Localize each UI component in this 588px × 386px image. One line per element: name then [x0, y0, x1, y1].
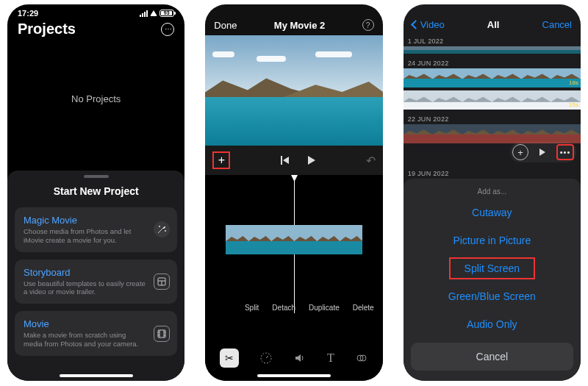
option-audio-only[interactable]: Audio Only [409, 310, 575, 338]
card-desc: Make a movie from scratch using media fr… [24, 331, 146, 349]
date-label: 1 JUL 2022 [404, 35, 581, 46]
card-desc: Choose media from Photos and let iMovie … [24, 227, 146, 245]
option-green-blue-screen[interactable]: Green/Blue Screen [409, 282, 575, 310]
empty-label: No Projects [71, 93, 121, 104]
card-title: Magic Movie [24, 215, 146, 226]
status-bar: 17:29 93 [7, 4, 184, 19]
back-button[interactable]: Video [412, 19, 445, 30]
card-title: Storyboard [24, 267, 146, 278]
clip-row[interactable]: 15s [404, 90, 581, 110]
clip-row[interactable]: 18s [404, 68, 581, 87]
clip-duration: 18s [569, 79, 578, 86]
timeline[interactable]: Split Detach Duplicate Delete [205, 175, 382, 343]
date-label: 19 JUN 2022 [404, 167, 581, 179]
sheet-grabber[interactable] [84, 175, 109, 178]
text-icon[interactable]: T [327, 351, 334, 365]
clip-mini-controls: + ••• [510, 142, 576, 162]
phone-editor: Done My Movie 2 ? 18.4s ⊕ + ↶ Split Deta [205, 4, 382, 381]
nav-bar: Projects ⋯ [7, 19, 184, 43]
clip-action-bar: Split Detach Duplicate Delete [205, 304, 382, 312]
filter-icon[interactable] [355, 351, 368, 365]
empty-state: No Projects [7, 43, 184, 154]
project-title: My Movie 2 [274, 20, 325, 31]
action-delete[interactable]: Delete [353, 304, 374, 312]
action-duplicate[interactable]: Duplicate [309, 304, 340, 312]
add-as-sheet: Add as... Cutaway Picture in Picture Spl… [404, 179, 581, 381]
video-preview[interactable]: 18.4s ⊕ [205, 35, 382, 146]
home-indicator[interactable] [60, 374, 133, 377]
scissors-icon[interactable]: ✂ [220, 349, 239, 368]
mini-add-icon[interactable]: + [512, 144, 528, 160]
more-icon[interactable]: ⋯ [161, 23, 174, 36]
done-button[interactable]: Done [214, 20, 237, 31]
film-icon [154, 326, 170, 342]
sheet-cancel-button[interactable]: Cancel [411, 343, 573, 371]
add-media-button[interactable]: + [212, 151, 230, 169]
mini-more-icon[interactable]: ••• [556, 144, 574, 160]
action-detach[interactable]: Detach [272, 304, 295, 312]
option-cutaway[interactable]: Cutaway [409, 199, 575, 226]
card-movie[interactable]: Movie Make a movie from scratch using me… [15, 311, 177, 356]
wifi-icon [150, 10, 157, 16]
home-indicator[interactable] [257, 374, 331, 377]
page-title: Projects [18, 21, 76, 37]
svg-line-11 [266, 356, 268, 358]
editor-nav: Done My Movie 2 ? [205, 4, 382, 35]
card-storyboard[interactable]: Storyboard Use beautiful templates to ea… [15, 260, 177, 304]
cancel-button[interactable]: Cancel [542, 19, 572, 30]
option-picture-in-picture[interactable]: Picture in Picture [409, 226, 575, 254]
phone-projects: 17:29 93 Projects ⋯ No Projects Start Ne… [7, 4, 184, 381]
status-right: 93 [140, 10, 174, 17]
transport-bar: + ↶ [205, 146, 382, 175]
clock: 17:29 [18, 9, 38, 18]
volume-icon[interactable] [293, 351, 306, 365]
card-magic-movie[interactable]: Magic Movie Choose media from Photos and… [15, 207, 177, 252]
sheet-title: Start New Project [7, 185, 184, 197]
segment-all[interactable]: All [487, 19, 500, 30]
cell-signal-icon [140, 10, 148, 17]
play-icon[interactable] [308, 156, 315, 165]
option-split-screen[interactable]: Split Screen [409, 254, 575, 282]
undo-icon[interactable]: ↶ [366, 154, 376, 168]
clip-duration: 15s [569, 101, 578, 108]
card-title: Movie [24, 318, 146, 329]
battery-icon: 93 [159, 10, 174, 17]
sheet-subtitle: Add as... [409, 185, 575, 199]
clip-row-selected[interactable]: + ••• [404, 124, 581, 143]
wand-icon [154, 221, 170, 237]
new-project-sheet: Start New Project Magic Movie Choose med… [7, 171, 184, 381]
mini-play-icon[interactable] [534, 144, 551, 160]
date-label: 24 JUN 2022 [404, 57, 581, 68]
clip-row[interactable] [404, 46, 581, 54]
help-icon[interactable]: ? [362, 19, 374, 31]
picker-nav: Video All Cancel [404, 4, 581, 35]
timeline-clip[interactable] [226, 225, 365, 254]
date-label: 22 JUN 2022 [404, 112, 581, 124]
action-split[interactable]: Split [245, 304, 259, 312]
storyboard-icon [154, 274, 170, 290]
card-desc: Use beautiful templates to easily create… [24, 279, 146, 297]
speed-icon[interactable] [259, 351, 273, 365]
skip-start-icon[interactable] [281, 156, 289, 165]
phone-media-picker: Video All Cancel 1 JUL 2022 24 JUN 2022 … [404, 4, 581, 381]
